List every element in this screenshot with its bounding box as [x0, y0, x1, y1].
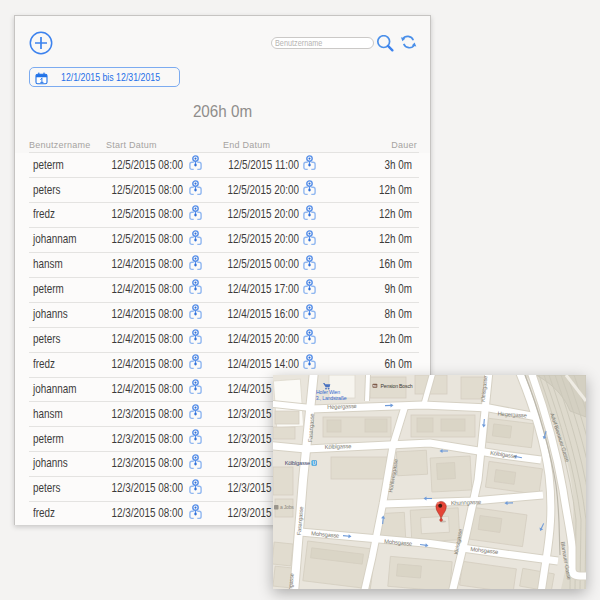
- svg-text:Pension Bosch: Pension Bosch: [381, 383, 413, 389]
- svg-text:Kölblgasse: Kölblgasse: [325, 443, 352, 450]
- svg-text:Hegergasse: Hegergasse: [327, 403, 356, 410]
- svg-text:Khunngasse: Khunngasse: [451, 499, 481, 506]
- svg-text:a Jobs: a Jobs: [280, 504, 294, 510]
- svg-text:Kölblgasse: Kölblgasse: [285, 460, 310, 466]
- svg-text:3., Landstraße: 3., Landstraße: [316, 395, 347, 401]
